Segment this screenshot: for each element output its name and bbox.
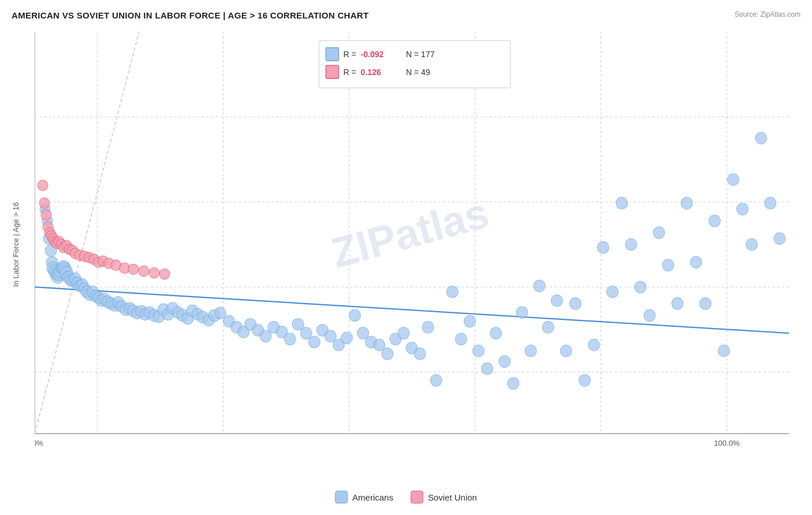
svg-point-155 <box>38 180 48 191</box>
svg-text:0.126: 0.126 <box>361 68 381 77</box>
svg-text:R =: R = <box>343 50 356 59</box>
svg-point-137 <box>616 197 628 209</box>
svg-point-119 <box>455 333 467 345</box>
svg-point-150 <box>737 203 748 215</box>
svg-rect-24 <box>319 40 511 88</box>
svg-point-156 <box>39 198 50 208</box>
svg-point-146 <box>699 298 711 309</box>
svg-point-182 <box>149 267 159 278</box>
svg-point-99 <box>284 333 296 345</box>
svg-point-127 <box>525 345 537 357</box>
svg-point-124 <box>499 356 511 367</box>
chart-area: ZIPatlas 40.0% 60.0% 80.0% 100.0% 40.0% <box>35 32 789 457</box>
svg-point-181 <box>139 266 149 276</box>
svg-point-102 <box>308 336 320 348</box>
svg-text:100.0%: 100.0% <box>714 438 740 447</box>
svg-point-143 <box>672 298 683 309</box>
svg-point-140 <box>644 309 655 321</box>
y-axis-label: In Labor Force | Age > 16 <box>12 202 20 287</box>
svg-point-126 <box>516 307 528 318</box>
legend-soviet-union: Soviet Union <box>411 491 477 503</box>
chart-title: AMERICAN VS SOVIET UNION IN LABOR FORCE … <box>12 10 368 20</box>
svg-text:-0.092: -0.092 <box>361 50 384 59</box>
svg-point-147 <box>709 215 720 226</box>
svg-point-180 <box>128 264 139 274</box>
svg-point-128 <box>534 280 545 292</box>
svg-point-152 <box>755 132 767 144</box>
svg-point-153 <box>765 197 776 209</box>
svg-point-149 <box>728 174 739 185</box>
svg-point-145 <box>690 256 702 268</box>
svg-point-107 <box>349 309 361 321</box>
svg-text:R =: R = <box>343 68 356 77</box>
svg-point-138 <box>625 238 637 250</box>
svg-point-139 <box>635 281 646 293</box>
svg-point-96 <box>260 330 271 342</box>
svg-point-118 <box>446 286 458 297</box>
svg-point-133 <box>579 375 590 386</box>
soviet-union-label: Soviet Union <box>428 492 477 502</box>
svg-point-116 <box>422 322 434 333</box>
svg-point-144 <box>681 197 692 209</box>
svg-point-129 <box>542 322 554 333</box>
svg-point-136 <box>607 286 619 297</box>
svg-point-115 <box>414 348 426 360</box>
legend-area: Americans Soviet Union <box>335 491 477 503</box>
svg-point-90 <box>214 307 226 319</box>
svg-point-108 <box>357 327 369 339</box>
svg-point-154 <box>774 233 785 244</box>
americans-swatch <box>335 491 348 503</box>
svg-point-100 <box>292 318 304 330</box>
svg-rect-25 <box>326 48 338 61</box>
svg-point-117 <box>430 375 442 386</box>
svg-point-130 <box>551 295 563 307</box>
svg-point-135 <box>597 241 609 253</box>
chart-container: AMERICAN VS SOVIET UNION IN LABOR FORCE … <box>0 0 812 515</box>
svg-point-142 <box>662 259 674 271</box>
svg-point-101 <box>300 327 312 339</box>
svg-point-106 <box>341 332 352 344</box>
svg-point-134 <box>588 339 599 350</box>
svg-point-132 <box>569 298 581 309</box>
svg-point-113 <box>398 327 409 339</box>
source-label: Source: ZipAtlas.com <box>735 10 800 18</box>
scatter-plot: ZIPatlas 40.0% 60.0% 80.0% 100.0% 40.0% <box>35 32 789 457</box>
svg-text:0.0%: 0.0% <box>35 438 43 447</box>
svg-point-157 <box>41 210 51 220</box>
svg-point-110 <box>374 339 385 350</box>
svg-point-148 <box>718 345 729 357</box>
svg-point-125 <box>508 378 519 389</box>
svg-point-122 <box>482 363 493 374</box>
svg-text:N =   49: N = 49 <box>406 68 430 77</box>
svg-text:N = 177: N = 177 <box>406 50 435 59</box>
svg-point-121 <box>472 345 484 357</box>
svg-point-131 <box>560 345 572 357</box>
svg-point-151 <box>746 238 758 250</box>
svg-point-183 <box>159 268 170 279</box>
svg-point-111 <box>382 348 393 360</box>
svg-point-104 <box>325 330 336 342</box>
legend-americans: Americans <box>335 491 393 503</box>
soviet-union-swatch <box>411 491 423 503</box>
svg-point-123 <box>490 327 502 339</box>
svg-point-120 <box>464 315 475 327</box>
svg-rect-29 <box>326 65 338 79</box>
svg-point-141 <box>653 227 665 238</box>
americans-label: Americans <box>352 492 393 502</box>
